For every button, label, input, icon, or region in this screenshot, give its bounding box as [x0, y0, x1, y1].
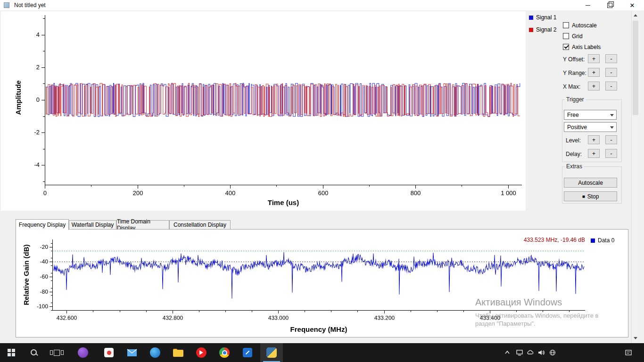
stop-icon: ■	[582, 194, 585, 199]
taskbar-app-explorer[interactable]	[167, 343, 190, 362]
search-button[interactable]	[23, 343, 45, 362]
taskbar-app-purple[interactable]	[72, 343, 94, 362]
y-offset-minus-button[interactable]: -	[605, 54, 617, 63]
delay-minus-button[interactable]: -	[605, 149, 617, 158]
onedrive-cloud-icon[interactable]	[527, 349, 534, 356]
application-window: { "window": { "title": "Not titled yet",…	[0, 0, 644, 362]
y-axis-label-gain: Relative Gain (dB)	[22, 237, 32, 313]
checkbox-box	[563, 33, 569, 39]
folder-icon	[173, 349, 183, 357]
legend-item-signal2: Signal 2	[529, 24, 556, 36]
level-plus-button[interactable]: +	[588, 135, 600, 144]
python-icon	[266, 347, 277, 358]
scrollbar-thumb[interactable]	[633, 21, 638, 115]
tab-time-domain-display[interactable]: Time Domain Display	[116, 220, 169, 230]
close-button[interactable]: ✕	[620, 0, 644, 10]
time-plot-legend: Signal 1 Signal 2	[529, 11, 556, 36]
x-max-minus-button[interactable]: -	[605, 82, 617, 90]
network-icon[interactable]	[549, 349, 556, 356]
checkmark-icon	[564, 44, 569, 49]
taskbar-app-chrome[interactable]	[213, 343, 236, 362]
delay-label: Delay:	[566, 151, 582, 157]
y-range-plus-button[interactable]: +	[588, 68, 600, 77]
scroll-up-button[interactable]	[632, 11, 639, 19]
scroll-down-button[interactable]	[632, 334, 639, 342]
y-offset-label: Y Offset:	[563, 56, 585, 63]
y-range-label: Y Range:	[563, 70, 586, 76]
checkbox-label: Axis Labels	[572, 44, 601, 50]
legend-label: Signal 1	[536, 14, 556, 21]
signal1-swatch	[529, 16, 533, 20]
level-label: Level:	[566, 137, 581, 144]
display-tray-icon[interactable]	[516, 349, 523, 356]
x-axis-label-time: Time (us)	[236, 198, 330, 206]
minimize-button[interactable]	[577, 0, 599, 10]
x-max-plus-button[interactable]: +	[588, 82, 600, 90]
purple-app-icon	[78, 347, 88, 358]
delay-plus-button[interactable]: +	[588, 149, 600, 158]
y-range-minus-button[interactable]: -	[605, 68, 617, 77]
data0-swatch	[591, 239, 595, 243]
checkbox-label: Grid	[572, 33, 583, 40]
extras-group-title: Extras	[565, 163, 584, 170]
volume-icon[interactable]	[537, 349, 545, 356]
legend-label: Data 0	[598, 237, 614, 244]
restore-button[interactable]	[599, 0, 620, 10]
taskbar-app-blue[interactable]	[236, 343, 259, 362]
tray-expand-chevron[interactable]	[504, 349, 511, 356]
x-max-label: X Max:	[563, 83, 580, 90]
tab-constellation-display[interactable]: Constellation Display	[169, 220, 231, 230]
start-button[interactable]	[0, 343, 23, 362]
taskbar-app-python-active[interactable]	[260, 343, 283, 362]
peak-marker-readout: 433.523 MHz, -19.46 dB	[472, 237, 585, 243]
y-offset-plus-button[interactable]: +	[588, 54, 600, 63]
edge-browser-icon	[150, 347, 160, 358]
stop-button[interactable]: ■ Stop	[564, 191, 617, 201]
trigger-mode-dropdown[interactable]: Free	[564, 110, 617, 120]
arrow-up-icon	[634, 14, 637, 16]
tab-waterfall-display[interactable]: Waterfall Display	[69, 220, 116, 230]
time-domain-plot	[1, 11, 526, 211]
restore-icon	[607, 3, 612, 8]
action-center-icon[interactable]	[625, 349, 632, 356]
taskbar-app-mail[interactable]	[121, 343, 143, 362]
chevron-down-icon	[610, 114, 614, 116]
legend-label: Signal 2	[536, 26, 556, 33]
yandex-browser-icon	[196, 347, 206, 358]
dropdown-value: Positive	[567, 124, 587, 131]
y-axis-label-amplitude: Amplitude	[14, 69, 24, 126]
dropdown-value: Free	[567, 112, 579, 118]
arrow-down-icon	[634, 337, 637, 339]
taskbar-app-yandex[interactable]	[190, 343, 213, 362]
checkbox-label: Autoscale	[572, 22, 597, 29]
task-view-button[interactable]	[45, 343, 68, 362]
checkbox-box	[563, 44, 569, 50]
windows-logo-icon	[8, 349, 15, 356]
blue-app-icon	[243, 348, 252, 357]
stop-label: Stop	[587, 193, 599, 200]
task-view-icon	[50, 350, 64, 356]
taskbar-app-edge[interactable]	[144, 343, 166, 362]
taskbar: ENG 16:39 16.03.2023	[0, 343, 644, 362]
chrome-icon	[219, 347, 230, 358]
mail-icon	[127, 349, 137, 357]
chevron-down-icon	[610, 126, 614, 129]
app-icon	[4, 2, 9, 8]
checkbox-axis-labels[interactable]: Axis Labels	[563, 43, 601, 50]
autoscale-button[interactable]: Autoscale	[564, 178, 617, 188]
trigger-slope-dropdown[interactable]: Positive	[564, 122, 617, 132]
x-axis-label-frequency: Frequency (MHz)	[272, 325, 366, 333]
window-title: Not titled yet	[14, 2, 46, 8]
tab-frequency-display[interactable]: Frequency Display	[16, 219, 69, 230]
title-bar: Not titled yet ✕	[0, 0, 644, 10]
search-icon	[30, 349, 38, 356]
paint-app-icon	[104, 348, 114, 357]
checkbox-autoscale[interactable]: Autoscale	[563, 22, 597, 29]
vertical-scrollbar[interactable]	[631, 10, 639, 343]
taskbar-app-paint[interactable]	[98, 343, 120, 362]
level-minus-button[interactable]: -	[605, 135, 617, 144]
checkbox-box	[563, 22, 569, 28]
checkbox-grid[interactable]: Grid	[563, 33, 583, 40]
legend-item-signal1: Signal 1	[529, 11, 556, 24]
trigger-group-title: Trigger	[565, 96, 586, 103]
